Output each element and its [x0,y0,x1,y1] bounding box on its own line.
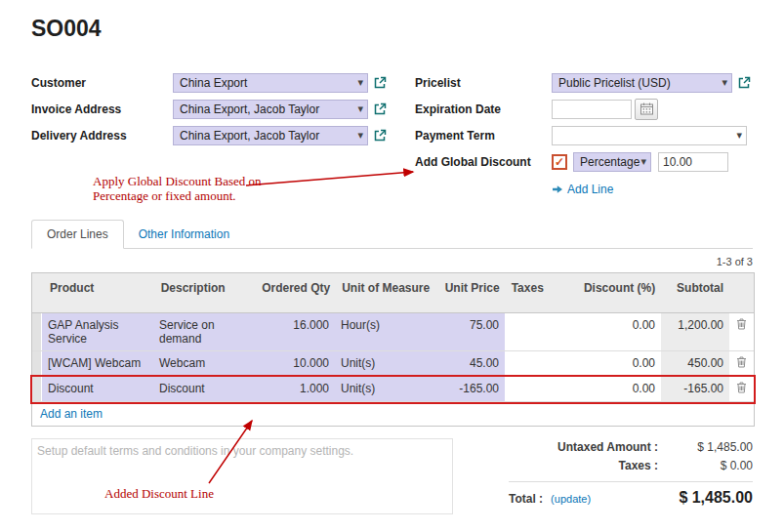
trash-icon [736,382,747,393]
cell-unit-of-measure[interactable]: Hour(s) [335,313,434,350]
delivery-address-label: Delivery Address [31,129,173,143]
table-row: GAP Analysis Service Service on demand 1… [32,313,754,351]
cell-unit-price[interactable]: 75.00 [434,313,505,350]
cell-product[interactable]: [WCAM] Webcam [42,351,153,376]
column-header-unit-price: Unit Price [435,273,506,312]
chevron-down-icon: ▾ [640,155,646,168]
table-header-row: Product Description Ordered Qty Unit of … [32,273,754,313]
annotation-discount-line: Added Discount Line [104,486,214,501]
order-lines-table: Product Description Ordered Qty Unit of … [31,272,755,427]
row-handle[interactable] [32,377,42,401]
customer-value: China Export [180,76,247,90]
add-global-discount-label: Add Global Discount [415,155,552,169]
open-record-icon[interactable] [737,76,751,90]
cell-description[interactable]: Webcam [153,351,251,376]
cell-unit-of-measure[interactable]: Unit(s) [335,377,434,401]
payment-term-select[interactable]: ▾ [552,126,747,145]
column-header-actions [729,273,754,312]
column-header-unit-of-measure: Unit of Measure [336,273,435,312]
payment-term-label: Payment Term [415,129,552,143]
pricelist-select[interactable]: Public Pricelist (USD) ▾ [552,73,732,93]
add-line-label: Add Line [567,183,613,196]
untaxed-amount-value: $ 1,485.00 [670,440,753,454]
delete-row-button[interactable] [729,351,754,376]
chevron-down-icon: ▾ [357,102,363,115]
chevron-down-icon: ▾ [736,129,742,142]
cell-ordered-qty[interactable]: 16.000 [251,313,335,350]
column-header-discount: Discount (%) [560,273,662,312]
terms-textarea[interactable] [31,438,453,514]
delete-row-button[interactable] [729,313,754,350]
update-total-link[interactable]: (update) [551,493,591,505]
expiration-date-label: Expiration Date [415,102,552,116]
chevron-down-icon: ▾ [722,76,727,89]
totals-block: Untaxed Amount : $ 1,485.00 Taxes : $ 0.… [509,438,753,514]
calendar-icon[interactable] [635,99,658,120]
chevron-down-icon: ▾ [357,129,363,142]
cell-taxes[interactable] [505,351,559,376]
cell-taxes[interactable] [505,313,559,350]
cell-taxes[interactable] [505,377,559,401]
pricelist-value: Public Pricelist (USD) [558,76,671,90]
delivery-address-select[interactable]: China Export, Jacob Taylor ▾ [173,126,368,145]
discount-value-input[interactable] [658,152,728,172]
open-record-icon[interactable] [373,76,387,90]
cell-subtotal: 1,200.00 [661,313,729,350]
customer-label: Customer [31,76,173,90]
column-header-handle [32,273,44,312]
column-header-taxes: Taxes [506,273,560,312]
cell-description[interactable]: Service on demand [153,313,251,350]
tab-order-lines[interactable]: Order Lines [31,220,124,249]
global-discount-checkbox[interactable]: ✓ [552,154,567,170]
expiration-date-input[interactable] [552,100,632,119]
cell-unit-price[interactable]: -165.00 [434,377,505,401]
row-handle[interactable] [32,313,42,350]
discount-type-select[interactable]: Percentage ▾ [573,152,651,172]
cell-subtotal: 450.00 [661,351,729,376]
invoice-address-value: China Export, Jacob Taylor [180,102,319,116]
cell-unit-of-measure[interactable]: Unit(s) [335,351,434,376]
add-line-link[interactable]: Add Line [552,183,753,196]
taxes-value: $ 0.00 [670,459,753,472]
column-header-description: Description [155,273,253,312]
trash-icon [736,318,747,330]
cell-ordered-qty[interactable]: 1.000 [251,377,335,401]
delivery-address-value: China Export, Jacob Taylor [180,129,319,143]
page-title: SO004 [31,0,753,42]
arrow-right-icon [552,184,563,194]
footer-section: Untaxed Amount : $ 1,485.00 Taxes : $ 0.… [31,438,753,514]
check-icon: ✓ [555,156,564,168]
column-header-subtotal: Subtotal [661,273,729,312]
total-label: Total : [509,492,543,506]
cell-description[interactable]: Discount [153,377,251,401]
cell-unit-price[interactable]: 45.00 [434,351,505,376]
cell-product[interactable]: GAP Analysis Service [42,313,153,350]
annotation-global-discount: Apply Global Discount Based on Percentag… [93,174,283,203]
untaxed-amount-label: Untaxed Amount : [509,440,670,454]
cell-discount[interactable]: 0.00 [559,351,661,376]
open-record-icon[interactable] [373,102,387,116]
column-header-ordered-qty: Ordered Qty [252,273,336,312]
taxes-label: Taxes : [509,459,670,472]
pricelist-label: Pricelist [415,76,552,90]
row-handle[interactable] [32,351,42,376]
pager-label: 1-3 of 3 [31,256,753,267]
cell-discount[interactable]: 0.00 [559,313,661,350]
trash-icon [736,356,747,368]
column-header-product: Product [44,273,155,312]
customer-select[interactable]: China Export ▾ [173,73,368,93]
delete-row-button[interactable] [729,377,754,401]
cell-ordered-qty[interactable]: 10.000 [251,351,335,376]
invoice-address-select[interactable]: China Export, Jacob Taylor ▾ [173,100,368,119]
cell-discount[interactable]: 0.00 [559,377,661,401]
chevron-down-icon: ▾ [357,76,363,89]
cell-product[interactable]: Discount [42,377,153,401]
table-row-discount: Discount Discount 1.000 Unit(s) -165.00 … [32,377,754,402]
open-record-icon[interactable] [373,129,387,143]
add-item-link[interactable]: Add an item [32,402,754,426]
notebook-tabs: Order Lines Other Information [31,220,753,249]
invoice-address-label: Invoice Address [31,102,173,116]
tab-other-information[interactable]: Other Information [124,221,244,248]
cell-subtotal: -165.00 [661,377,729,401]
totals-divider [509,481,753,482]
